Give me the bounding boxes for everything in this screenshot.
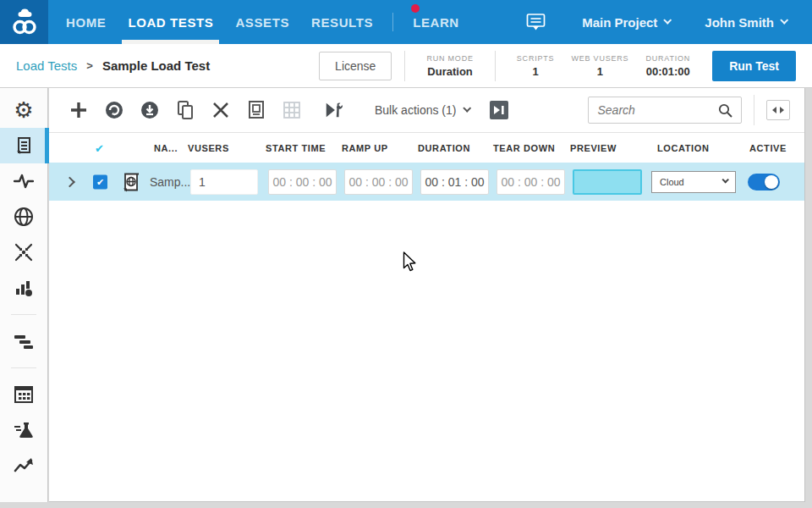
history-circle-icon — [104, 100, 124, 120]
run-mode-label: RUN MODE — [426, 54, 473, 63]
top-navigation: HOME LOAD TESTS ASSETS RESULTS LEARN Mai… — [0, 0, 812, 44]
web-vusers-stat: WEB VUSERS 1 — [571, 54, 628, 78]
play-wrench-icon — [324, 101, 344, 119]
test-summary-cluster: License RUN MODE Duration SCRIPTS 1 WEB … — [319, 51, 796, 81]
row-checkbox-checked[interactable]: ✔ — [93, 174, 107, 189]
app-logo[interactable] — [0, 0, 48, 44]
divider — [404, 51, 405, 81]
history-button[interactable] — [104, 100, 124, 120]
select-all-check-icon[interactable]: ✔ — [95, 141, 105, 154]
copy-icon — [176, 100, 195, 120]
main-menu: HOME LOAD TESTS ASSETS RESULTS LEARN — [55, 0, 470, 44]
search-icon[interactable] — [718, 103, 732, 118]
feedback-chat-icon[interactable] — [526, 13, 546, 31]
sidebar-item-trends[interactable] — [0, 448, 48, 483]
breadcrumb-separator: > — [86, 59, 93, 72]
nav-item-home[interactable]: HOME — [55, 0, 117, 44]
table-header: ✔ NA... VUSERS START TIME RAMP UP DURATI… — [49, 133, 804, 163]
add-script-button[interactable] — [69, 100, 89, 120]
document-frame-icon — [247, 100, 266, 120]
sidebar-divider — [11, 367, 36, 368]
run-test-button[interactable]: Run Test — [712, 51, 796, 81]
sidebar-item-timeline[interactable] — [0, 323, 48, 359]
nav-divider — [392, 13, 393, 31]
sidebar-item-lab[interactable] — [0, 412, 48, 448]
duration-input[interactable]: 00 : 01 : 00 — [420, 169, 489, 195]
col-header-active[interactable]: ACTIVE — [749, 143, 787, 153]
start-time-input[interactable]: 00 : 00 : 00 — [268, 169, 337, 195]
nav-item-results[interactable]: RESULTS — [300, 0, 384, 44]
col-header-ramp-up[interactable]: RAMP UP — [342, 143, 388, 153]
toolbar: Bulk actions (1) — [49, 88, 804, 133]
user-menu[interactable]: John Smith — [696, 15, 795, 30]
globe-icon — [14, 207, 34, 227]
duplicate-button[interactable] — [175, 100, 195, 120]
ramp-up-input[interactable]: 00 : 00 : 00 — [344, 169, 413, 195]
table-row: ✔ Samp... 1 00 : 00 : 00 00 : 00 : 00 00… — [49, 163, 804, 201]
sidebar-divider — [11, 314, 36, 315]
divider — [495, 51, 496, 81]
col-header-start-time[interactable]: START TIME — [266, 143, 326, 153]
flask-icon — [13, 420, 35, 440]
license-button[interactable]: License — [319, 52, 392, 80]
grid-icon — [283, 101, 301, 119]
nav-item-load-tests[interactable]: LOAD TESTS — [117, 0, 224, 44]
trend-arrow-icon — [14, 457, 34, 474]
run-mode-value: Duration — [426, 65, 473, 78]
web-vusers-value: 1 — [571, 65, 628, 78]
chevron-down-icon — [721, 176, 728, 183]
notification-dot — [411, 4, 420, 13]
converge-arrows-icon — [14, 242, 34, 262]
location-select-value: Cloud — [660, 177, 684, 187]
toggle-knob — [765, 175, 778, 189]
left-sidebar: ⚙ — [0, 88, 48, 502]
nav-item-learn[interactable]: LEARN — [402, 0, 470, 44]
search-box — [588, 97, 742, 124]
scripts-stat: SCRIPTS 1 — [517, 54, 555, 78]
search-input[interactable] — [597, 103, 718, 117]
chevron-down-icon — [780, 15, 788, 24]
download-circle-icon — [140, 100, 160, 120]
row-name[interactable]: Samp... — [150, 175, 190, 189]
duration-label: DURATION — [645, 54, 690, 63]
calendar-grid-icon — [14, 384, 34, 405]
plus-icon — [69, 101, 88, 119]
project-menu[interactable]: Main Project — [573, 15, 678, 30]
nav-item-assets[interactable]: ASSETS — [224, 0, 300, 44]
col-header-location[interactable]: LOCATION — [657, 143, 709, 153]
preview-chart-area[interactable] — [573, 169, 642, 195]
launch-grid-button[interactable] — [490, 101, 508, 119]
location-select[interactable]: Cloud — [651, 171, 736, 193]
bulk-actions-label: Bulk actions (1) — [375, 103, 456, 117]
col-header-preview[interactable]: PREVIEW — [570, 143, 617, 153]
run-setup-button[interactable] — [324, 100, 344, 120]
expand-columns-button[interactable] — [766, 100, 790, 120]
arrow-right-icon — [780, 107, 784, 113]
sidebar-item-monitoring[interactable] — [0, 163, 48, 199]
breadcrumb-bar: Load Tests > Sample Load Test License RU… — [0, 44, 812, 88]
sidebar-item-settings[interactable]: ⚙ — [0, 92, 48, 128]
col-header-name[interactable]: NA... — [154, 143, 178, 153]
report-button[interactable] — [246, 100, 266, 120]
bulk-actions-dropdown[interactable]: Bulk actions (1) — [375, 103, 469, 117]
vusers-input[interactable]: 1 — [190, 169, 258, 195]
sidebar-item-network[interactable] — [0, 199, 48, 235]
gantt-bars-icon — [13, 334, 35, 349]
sidebar-item-converge[interactable] — [0, 235, 48, 270]
play-bar-icon — [493, 105, 505, 115]
col-header-tear-down[interactable]: TEAR DOWN — [493, 143, 555, 153]
tear-down-input[interactable]: 00 : 00 : 00 — [497, 169, 565, 195]
breadcrumb-parent-link[interactable]: Load Tests — [16, 58, 77, 73]
active-toggle-on[interactable] — [748, 174, 780, 190]
download-button[interactable] — [140, 100, 160, 120]
expand-row-chevron[interactable] — [64, 176, 75, 187]
sidebar-item-grid-view[interactable] — [0, 377, 48, 412]
scripts-label: SCRIPTS — [517, 54, 555, 63]
pulse-icon — [14, 172, 34, 190]
duration-stat: DURATION 00:01:00 — [645, 54, 690, 78]
sidebar-item-load-tests[interactable] — [0, 128, 48, 163]
sidebar-item-analysis[interactable] — [0, 270, 48, 306]
delete-button[interactable] — [211, 100, 231, 120]
col-header-duration[interactable]: DURATION — [418, 143, 470, 153]
col-header-vusers[interactable]: VUSERS — [188, 143, 229, 153]
